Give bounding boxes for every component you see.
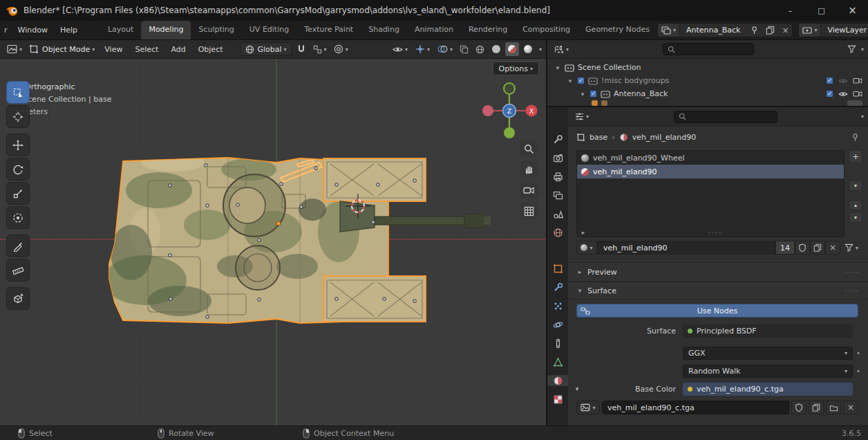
pin-scene-button[interactable]	[746, 24, 762, 37]
workspace-tab-sculpting[interactable]: Sculpting	[191, 21, 241, 39]
browse-view-layer-button[interactable]: ▾	[799, 24, 821, 37]
browse-image-button[interactable]: ▾	[576, 401, 600, 414]
unlink-scene-button[interactable]: ×	[778, 24, 792, 37]
menu-help[interactable]: Help	[54, 26, 84, 35]
camera-visibility-icon[interactable]	[853, 77, 862, 84]
annotate-tool[interactable]	[6, 235, 30, 257]
tab-world[interactable]	[547, 227, 568, 238]
editor-type-button[interactable]: ▾	[4, 42, 25, 57]
collection-checkbox[interactable]: ✓	[577, 77, 585, 84]
menu-add[interactable]: Add	[165, 45, 191, 54]
tab-object[interactable]	[547, 263, 568, 274]
outliner-editor-type-button[interactable]: ▾	[551, 42, 572, 57]
exclude-checkbox[interactable]: ✓	[826, 77, 833, 84]
grip-dots[interactable]: ····	[845, 286, 860, 295]
exclude-checkbox[interactable]: ✓	[826, 90, 833, 98]
tab-tool[interactable]	[547, 134, 568, 145]
shading-solid-button[interactable]	[489, 42, 503, 56]
outliner-search-input[interactable]	[663, 43, 754, 55]
slot-specials-menu[interactable]: ▾	[849, 181, 862, 191]
workspace-tab-animation[interactable]: Animation	[407, 21, 461, 39]
minimize-button[interactable]: –	[775, 0, 806, 21]
unlink-material-button[interactable]: ×	[825, 241, 840, 255]
camera-visibility-icon[interactable]	[853, 90, 862, 98]
maximize-button[interactable]: □	[806, 0, 837, 21]
outliner-row-partial[interactable]	[547, 100, 868, 106]
material-name-field[interactable]: veh_mil_eland90	[597, 241, 775, 255]
workspace-tab-modeling[interactable]: Modeling	[141, 21, 191, 39]
move-tool[interactable]	[6, 134, 30, 156]
image-name-field[interactable]: veh_mil_eland90_c.tga	[602, 401, 789, 414]
image-fake-user-button[interactable]	[791, 401, 806, 414]
outliner-filter-button[interactable]	[845, 42, 859, 57]
xray-toggle[interactable]	[457, 42, 471, 56]
visibility-dropdown[interactable]: ▾	[390, 42, 411, 57]
proportional-edit-dropdown[interactable]: ▾	[331, 42, 351, 57]
axis-x-negative-ball[interactable]	[482, 105, 493, 116]
workspace-tab-texture-paint[interactable]: Texture Paint	[296, 21, 361, 39]
navigation-gizmo[interactable]: X Z	[475, 77, 542, 144]
material-filter-dropdown[interactable]: ▾	[845, 244, 858, 252]
surface-shader-field[interactable]: Principled BSDF	[683, 324, 853, 338]
surface-section-header[interactable]: ▾ Surface ····	[568, 282, 868, 300]
transform-tool[interactable]	[6, 206, 30, 229]
use-nodes-button[interactable]: Use Nodes	[576, 304, 858, 318]
rotate-tool[interactable]	[6, 158, 30, 181]
subsurface-method-dropdown[interactable]: Random Walk ▾	[683, 365, 853, 378]
new-scene-button[interactable]	[762, 24, 778, 37]
scale-tool[interactable]	[6, 182, 30, 205]
tab-render[interactable]	[547, 152, 568, 163]
axis-y-positive-ball[interactable]	[504, 83, 515, 94]
material-users-count[interactable]: 14	[775, 241, 795, 255]
move-slot-up-button[interactable]: ▴	[849, 200, 862, 210]
axis-y-negative-ball[interactable]	[504, 127, 515, 138]
base-color-field[interactable]: veh_mil_eland90_c.tga	[683, 383, 853, 396]
shading-wireframe-button[interactable]	[473, 42, 487, 56]
expander-icon[interactable]: ▾	[579, 91, 586, 98]
tab-modifiers[interactable]	[547, 282, 568, 293]
grip-dots[interactable]: ····	[845, 268, 860, 277]
distribution-dropdown[interactable]: GGX ▾	[683, 347, 853, 360]
outliner-label[interactable]: Antenna_Back	[614, 89, 668, 98]
tab-output[interactable]	[547, 171, 568, 182]
add-cube-tool[interactable]	[6, 287, 30, 310]
select-box-tool[interactable]	[6, 81, 30, 104]
material-slot-eland90[interactable]: veh_mil_eland90	[577, 165, 844, 178]
close-button[interactable]: ×	[837, 0, 868, 21]
workspace-tab-geometry-nodes[interactable]: Geometry Nodes	[578, 21, 657, 39]
properties-editor-type-button[interactable]: ▾	[572, 109, 592, 125]
expander-icon[interactable]: ▾	[568, 385, 586, 392]
toggle-ortho-button[interactable]	[520, 203, 538, 219]
browse-scene-button[interactable]: ▾	[658, 24, 680, 37]
breadcrumb-material-name[interactable]: veh_mil_eland90	[632, 133, 697, 142]
tab-particles[interactable]	[547, 300, 568, 311]
add-material-slot-button[interactable]: +	[849, 150, 862, 163]
pan-button[interactable]	[520, 161, 538, 178]
list-filter-expander[interactable]: ▸	[580, 229, 587, 236]
fake-user-button[interactable]	[795, 241, 810, 255]
workspace-tab-uv-editing[interactable]: UV Editing	[242, 21, 296, 39]
scene-name[interactable]: Antenna_Back	[680, 26, 746, 35]
menu-window[interactable]: Window	[12, 26, 54, 35]
viewport-3d[interactable]: Top Orthographic (4) Scene Collection | …	[0, 59, 546, 425]
outliner-row-scene-collection[interactable]: ▾ Scene Collection	[547, 61, 868, 74]
outliner-row-misc-bodygroups[interactable]: ▾ ✓ !misc bodygroups ✓	[547, 74, 868, 87]
eye-icon[interactable]	[838, 77, 848, 84]
tab-scene[interactable]	[547, 208, 568, 219]
tab-texture[interactable]	[547, 394, 568, 405]
clipped-menu-label[interactable]: r	[4, 26, 8, 35]
menu-object[interactable]: Object	[193, 45, 229, 54]
mode-dropdown[interactable]: Object Mode ▾	[26, 42, 97, 57]
outliner-label[interactable]: Scene Collection	[578, 63, 641, 72]
collection-checkbox[interactable]: ✓	[589, 90, 597, 98]
browse-material-button[interactable]: ▾	[576, 241, 597, 255]
workspace-tab-compositing[interactable]: Compositing	[515, 21, 578, 39]
new-image-button[interactable]	[809, 401, 824, 414]
menu-select[interactable]: Select	[129, 45, 164, 54]
pin-id-button[interactable]	[851, 133, 860, 142]
outliner-row-antenna-back[interactable]: ▾ ✓ Antenna_Back ✓	[547, 87, 868, 100]
snap-toggle[interactable]	[294, 42, 309, 57]
tab-constraints[interactable]	[547, 338, 568, 349]
overlays-dropdown[interactable]: ▾	[435, 42, 455, 57]
expander-icon[interactable]: ▾	[554, 64, 561, 71]
